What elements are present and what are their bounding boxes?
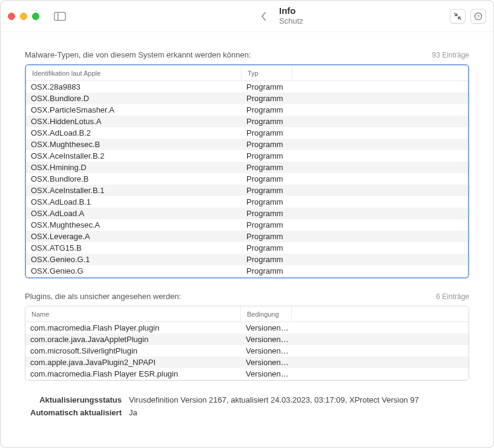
malware-id-cell: OSX.AceInstaller.B.2 (26, 150, 242, 162)
table-row[interactable]: com.macromedia.Flash Player.pluginVersio… (25, 322, 469, 334)
plugins-table-header: Name Bedingung (25, 306, 469, 322)
malware-section-header: Malware-Typen, die von diesem System erk… (25, 50, 469, 59)
plugins-table-body[interactable]: com.macromedia.Flash Player.pluginVersio… (25, 322, 469, 380)
status-value: Virusdefinition Version 2167, aktualisie… (129, 395, 419, 404)
malware-typ-cell: Programm (242, 81, 468, 93)
plugins-table[interactable]: Name Bedingung com.macromedia.Flash Play… (25, 306, 469, 381)
plugin-cond-cell: Versionen… (241, 380, 469, 380)
table-row[interactable]: com.oracle.java.JavaAppletPluginVersione… (25, 334, 469, 345)
title-block: Info Schutz (279, 5, 303, 26)
malware-col-id[interactable]: Identifikation laut Apple (26, 65, 242, 81)
plugin-name-cell: com.macromedia.Flash Player ESR.plugin (25, 368, 241, 380)
plugins-col-name[interactable]: Name (25, 306, 241, 321)
malware-typ-cell: Programm (242, 185, 468, 196)
table-row[interactable]: OSX.AdLoad.AProgramm (26, 208, 468, 219)
table-row[interactable]: OSX.AdLoad.B.1Programm (26, 196, 468, 208)
malware-id-cell: OSX.Mughthesec.B (26, 139, 242, 150)
table-row[interactable]: OSX.Bundlore.BProgramm (26, 173, 468, 185)
malware-typ-cell: Programm (242, 162, 468, 173)
table-row[interactable]: OSX.Bundlore.DProgramm (26, 93, 468, 104)
plugin-cond-cell: Versionen… (241, 322, 469, 334)
table-row[interactable]: OSX.AdLoad.B.2Programm (26, 127, 468, 139)
zoom-icon[interactable] (32, 13, 39, 20)
auto-label: Automatisch aktualisiert (25, 408, 122, 417)
malware-col-typ[interactable]: Typ (242, 65, 292, 81)
malware-id-cell: OSX.Hmining.D (26, 162, 242, 173)
table-row[interactable]: OSX.ParticleSmasher.AProgramm (26, 104, 468, 116)
status-label: Aktualisierungsstatus (25, 395, 122, 404)
malware-typ-cell: Programm (242, 265, 468, 277)
minimize-icon[interactable] (20, 13, 27, 20)
malware-id-cell: OSX.AdLoad.A (26, 208, 242, 219)
malware-entry-count: 93 Einträge (432, 51, 469, 59)
plugin-name-cell: com.macromedia.Flash Player.plugin (25, 322, 241, 334)
plugin-cond-cell: Versionen… (241, 357, 469, 368)
table-row[interactable]: com.apple.java.JavaPlugin2_NPAPIVersione… (25, 357, 469, 368)
malware-typ-cell: Programm (242, 116, 468, 127)
table-row[interactable]: OSX.Leverage.AProgramm (26, 231, 468, 242)
titlebar: Info Schutz ? (1, 1, 493, 32)
malware-typ-cell: Programm (242, 93, 468, 104)
table-row[interactable]: OSX.ATG15.BProgramm (26, 242, 468, 254)
close-icon[interactable] (8, 13, 15, 20)
plugin-cond-cell: Versionen… (241, 345, 469, 357)
plugins-entry-count: 6 Einträge (436, 292, 469, 301)
malware-table-header: Identifikation laut Apple Typ (26, 65, 468, 81)
malware-id-cell: OSX.Genieo.G.1 (26, 254, 242, 265)
malware-id-cell: OSX.ParticleSmasher.A (26, 104, 242, 116)
malware-id-cell: OSX.Bundlore.D (26, 93, 242, 104)
window-title: Info (279, 5, 303, 16)
table-row[interactable]: OSX.Hmining.DProgramm (26, 162, 468, 173)
malware-id-cell: OSX.Mughthesec.A (26, 219, 242, 231)
malware-typ-cell: Programm (242, 139, 468, 150)
malware-id-cell: OSX.Genieo.G (26, 265, 242, 277)
help-button[interactable]: ? (470, 9, 486, 24)
collapse-button[interactable] (450, 9, 466, 24)
malware-typ-cell: Programm (242, 150, 468, 162)
malware-id-cell: OSX.AceInstaller.B.1 (26, 185, 242, 196)
back-button[interactable] (261, 12, 266, 21)
malware-id-cell: OSX.Leverage.A (26, 231, 242, 242)
malware-table-body[interactable]: OSX.28a9883ProgrammOSX.Bundlore.DProgram… (26, 81, 468, 277)
malware-id-cell: OSX.Bundlore.B (26, 173, 242, 185)
svg-text:?: ? (477, 14, 480, 19)
table-row[interactable]: OSX.Mughthesec.AProgramm (26, 219, 468, 231)
window-controls (8, 13, 39, 20)
plugin-name-cell: com.apple.java.JavaPlugin2_NPAPI (25, 357, 241, 368)
malware-id-cell: OSX.AdLoad.B.2 (26, 127, 242, 139)
plugin-name-cell: com.oracle.java.JavaAppletPlugin (25, 334, 241, 345)
malware-section-title: Malware-Typen, die von diesem System erk… (25, 50, 251, 59)
content-area: Malware-Typen, die von diesem System erk… (1, 32, 493, 447)
table-row[interactable]: OSX.28a9883Programm (26, 81, 468, 93)
malware-typ-cell: Programm (242, 173, 468, 185)
meta-section: Aktualisierungsstatus Virusdefinition Ve… (25, 395, 469, 421)
malware-typ-cell: Programm (242, 104, 468, 116)
malware-id-cell: OSX.HiddenLotus.A (26, 116, 242, 127)
table-row[interactable]: OSX.AceInstaller.B.2Programm (26, 150, 468, 162)
table-row[interactable]: com.microsoft.SilverlightPluginVersionen… (25, 345, 469, 357)
plugins-col-rest (292, 306, 469, 321)
info-window: Info Schutz ? Malware-Typen, di (0, 0, 494, 448)
table-row[interactable]: OSX.HiddenLotus.AProgramm (26, 116, 468, 127)
plugin-name-cell: com.apple.java.JavaAppletPlugin (25, 380, 241, 380)
malware-table[interactable]: Identifikation laut Apple Typ OSX.28a988… (25, 64, 469, 278)
malware-col-rest (292, 65, 468, 81)
malware-typ-cell: Programm (242, 219, 468, 231)
malware-typ-cell: Programm (242, 196, 468, 208)
auto-value: Ja (129, 408, 137, 417)
malware-typ-cell: Programm (242, 254, 468, 265)
malware-id-cell: OSX.28a9883 (26, 81, 242, 93)
table-row[interactable]: com.apple.java.JavaAppletPluginVersionen… (25, 380, 469, 380)
plugin-cond-cell: Versionen… (241, 368, 469, 380)
table-row[interactable]: OSX.AceInstaller.B.1Programm (26, 185, 468, 196)
table-row[interactable]: com.macromedia.Flash Player ESR.pluginVe… (25, 368, 469, 380)
plugins-col-cond[interactable]: Bedingung (241, 306, 292, 321)
sidebar-toggle-button[interactable] (54, 12, 66, 21)
window-subtitle: Schutz (279, 16, 303, 26)
table-row[interactable]: OSX.Genieo.GProgramm (26, 265, 468, 277)
malware-id-cell: OSX.AdLoad.B.1 (26, 196, 242, 208)
table-row[interactable]: OSX.Mughthesec.BProgramm (26, 139, 468, 150)
plugins-section-header: Plugins, die als unsicher angesehen werd… (25, 292, 469, 301)
svg-rect-0 (54, 12, 65, 20)
table-row[interactable]: OSX.Genieo.G.1Programm (26, 254, 468, 265)
